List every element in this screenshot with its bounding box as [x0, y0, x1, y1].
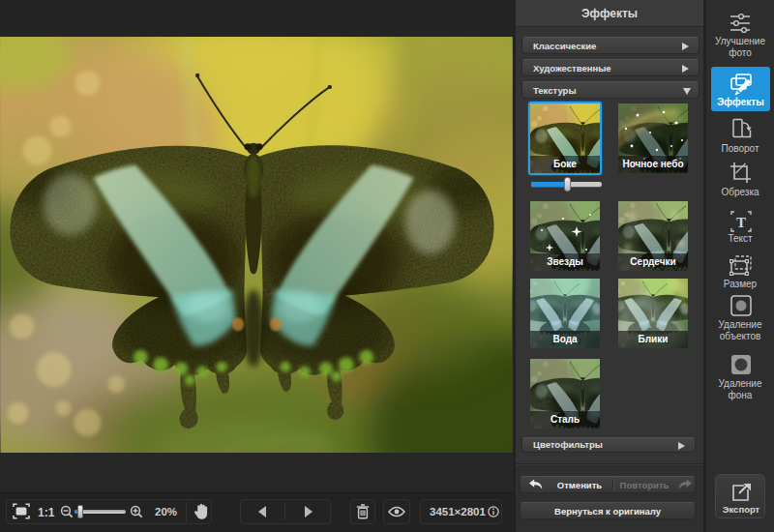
svg-text:T: T [736, 215, 746, 230]
